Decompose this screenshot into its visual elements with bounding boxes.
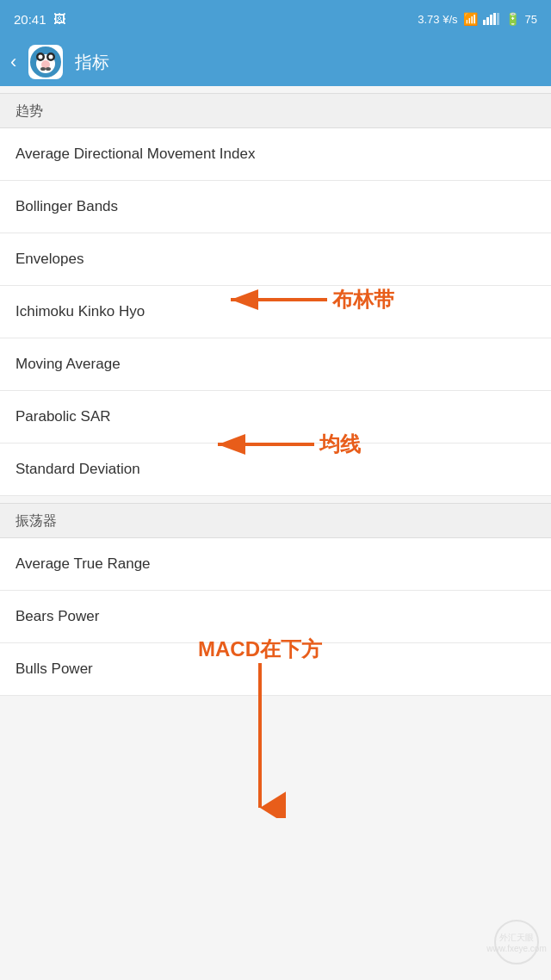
svg-rect-4 [497, 13, 499, 25]
list-item-ichimoku[interactable]: Ichimoku Kinko Hyo [0, 286, 551, 338]
app-icon [28, 45, 63, 79]
list-item-atr[interactable]: Average True Range [0, 538, 551, 591]
status-right: 3.73 ¥/s 📶 🔋 75 [418, 12, 537, 26]
svg-rect-1 [486, 17, 489, 25]
status-left: 20:41 🖼 [14, 12, 65, 27]
battery-icon: 🔋 [505, 12, 520, 26]
app-logo-icon [30, 47, 61, 78]
content-area: 趋势 Average Directional Movement Index Bo… [0, 93, 551, 696]
status-signal: 3.73 ¥/s [418, 13, 457, 26]
page-title: 指标 [75, 51, 109, 74]
watermark-circle: 外汇天眼www.fxeye.com [494, 920, 539, 964]
list-item-moving-average[interactable]: Moving Average [0, 338, 551, 391]
section-trend-header: 趋势 [0, 93, 551, 128]
list-item-bulls-power[interactable]: Bulls Power [0, 643, 551, 696]
signal-bars-icon [483, 13, 500, 25]
svg-point-12 [40, 67, 46, 71]
svg-rect-0 [483, 20, 486, 25]
list-item-admi[interactable]: Average Directional Movement Index [0, 128, 551, 181]
list-item-standard-deviation[interactable]: Standard Deviation [0, 443, 551, 496]
list-item-bollinger[interactable]: Bollinger Bands [0, 181, 551, 233]
list-item-envelopes[interactable]: Envelopes [0, 233, 551, 286]
svg-rect-3 [493, 13, 496, 25]
battery-level: 75 [525, 13, 537, 26]
back-button[interactable]: ‹ [10, 51, 16, 73]
watermark: 外汇天眼www.fxeye.com [494, 920, 539, 964]
svg-point-13 [46, 67, 51, 71]
svg-point-9 [39, 55, 43, 59]
list-item-parabolic-sar[interactable]: Parabolic SAR [0, 391, 551, 443]
status-time: 20:41 [14, 12, 46, 27]
svg-point-10 [49, 55, 53, 59]
status-bar: 20:41 🖼 3.73 ¥/s 📶 🔋 75 [0, 0, 551, 38]
list-item-bears-power[interactable]: Bears Power [0, 591, 551, 643]
svg-rect-2 [490, 15, 492, 25]
section-oscillator-header: 振荡器 [0, 503, 551, 538]
status-image-icon: 🖼 [53, 12, 65, 26]
wifi-icon: 📶 [463, 12, 478, 26]
toolbar: ‹ 指标 [0, 38, 551, 86]
